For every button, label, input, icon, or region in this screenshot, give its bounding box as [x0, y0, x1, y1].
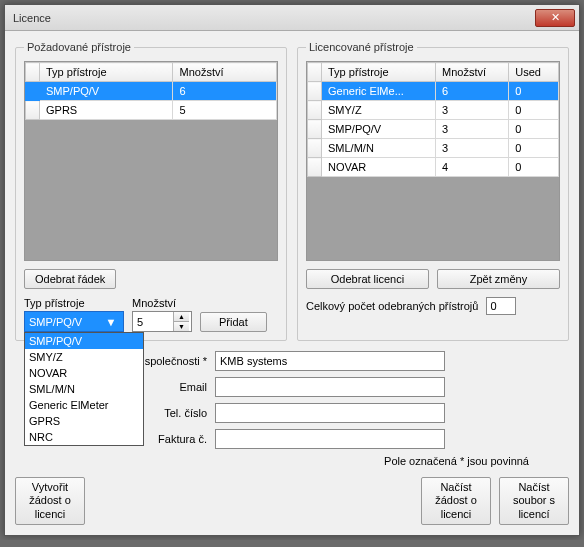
row-header	[308, 120, 322, 139]
row-header	[26, 82, 40, 101]
required-note: Pole označená * jsou povinná	[15, 455, 529, 467]
col-type[interactable]: Typ přístroje	[322, 63, 436, 82]
table-row[interactable]: GPRS5	[26, 101, 277, 120]
email-input[interactable]	[215, 377, 445, 397]
row-header	[308, 158, 322, 177]
col-type[interactable]: Typ přístroje	[40, 63, 173, 82]
cell-type: SMP/PQ/V	[322, 120, 436, 139]
chevron-down-icon: ▼	[103, 316, 119, 328]
combo-option[interactable]: Generic ElMeter	[25, 397, 143, 413]
close-icon: ✕	[551, 11, 560, 24]
remove-row-button[interactable]: Odebrat řádek	[24, 269, 116, 289]
cell-qty: 6	[173, 82, 277, 101]
load-request-button[interactable]: Načíst žádost o licenci	[421, 477, 491, 525]
rowheader-col	[308, 63, 322, 82]
invoice-input[interactable]	[215, 429, 445, 449]
cell-type: SMP/PQ/V	[40, 82, 173, 101]
table-row[interactable]: SMP/PQ/V30	[308, 120, 559, 139]
table-row[interactable]: SML/M/N30	[308, 139, 559, 158]
cell-type: Generic ElMe...	[322, 82, 436, 101]
load-file-button[interactable]: Načíst soubor s licencí	[499, 477, 569, 525]
combo-option[interactable]: SMP/PQ/V	[25, 333, 143, 349]
company-input[interactable]	[215, 351, 445, 371]
phone-input[interactable]	[215, 403, 445, 423]
qty-input[interactable]	[133, 312, 173, 331]
cell-type: GPRS	[40, 101, 173, 120]
cell-type: SML/M/N	[322, 139, 436, 158]
cell-used: 0	[509, 82, 559, 101]
row-header	[308, 82, 322, 101]
required-legend: Požadované přístroje	[24, 41, 134, 53]
licence-dialog: Licence ✕ Požadované přístroje Typ příst…	[4, 4, 580, 536]
cell-type: NOVAR	[322, 158, 436, 177]
qty-label: Množství	[132, 297, 192, 309]
row-header	[308, 101, 322, 120]
required-table-wrap: Typ přístroje Množství SMP/PQ/V6GPRS5	[24, 61, 278, 261]
spinner-down-icon[interactable]: ▼	[174, 322, 189, 331]
window-title: Licence	[13, 12, 535, 24]
combo-dropdown[interactable]: SMP/PQ/VSMY/ZNOVARSML/M/NGeneric ElMeter…	[24, 332, 144, 446]
rowheader-col	[26, 63, 40, 82]
type-combo[interactable]: SMP/PQ/V ▼ SMP/PQ/VSMY/ZNOVARSML/M/NGene…	[24, 311, 124, 332]
row-header	[308, 139, 322, 158]
cell-used: 0	[509, 158, 559, 177]
close-button[interactable]: ✕	[535, 9, 575, 27]
footer: Vytvořit žádost o licenci Načíst žádost …	[15, 477, 569, 525]
cell-qty: 3	[436, 120, 509, 139]
table-row[interactable]: SMY/Z30	[308, 101, 559, 120]
combo-option[interactable]: SML/M/N	[25, 381, 143, 397]
create-request-button[interactable]: Vytvořit žádost o licenci	[15, 477, 85, 525]
table-row[interactable]: NOVAR40	[308, 158, 559, 177]
combo-selected-text: SMP/PQ/V	[29, 316, 82, 328]
cell-used: 0	[509, 120, 559, 139]
total-removed-value	[486, 297, 516, 315]
cell-qty: 5	[173, 101, 277, 120]
total-removed-label: Celkový počet odebraných přístrojů	[306, 300, 478, 312]
revert-button[interactable]: Zpět změny	[437, 269, 560, 289]
combo-option[interactable]: NRC	[25, 429, 143, 445]
cell-used: 0	[509, 101, 559, 120]
table-row[interactable]: Generic ElMe...60	[308, 82, 559, 101]
cell-qty: 3	[436, 101, 509, 120]
licensed-table[interactable]: Typ přístroje Množství Used Generic ElMe…	[307, 62, 559, 177]
required-devices-group: Požadované přístroje Typ přístroje Množs…	[15, 41, 287, 341]
qty-spinner[interactable]: ▲ ▼	[132, 311, 192, 332]
combo-option[interactable]: NOVAR	[25, 365, 143, 381]
combo-option[interactable]: GPRS	[25, 413, 143, 429]
cell-qty: 4	[436, 158, 509, 177]
remove-licence-button[interactable]: Odebrat licenci	[306, 269, 429, 289]
spinner-up-icon[interactable]: ▲	[174, 312, 189, 322]
col-qty[interactable]: Množství	[173, 63, 277, 82]
required-table[interactable]: Typ přístroje Množství SMP/PQ/V6GPRS5	[25, 62, 277, 120]
combo-selected[interactable]: SMP/PQ/V ▼	[24, 311, 124, 332]
table-row[interactable]: SMP/PQ/V6	[26, 82, 277, 101]
col-used[interactable]: Used	[509, 63, 559, 82]
cell-qty: 3	[436, 139, 509, 158]
type-label: Typ přístroje	[24, 297, 124, 309]
licensed-devices-group: Licencované přístroje Typ přístroje Množ…	[297, 41, 569, 341]
add-button[interactable]: Přidat	[200, 312, 267, 332]
cell-type: SMY/Z	[322, 101, 436, 120]
row-header	[26, 101, 40, 120]
cell-used: 0	[509, 139, 559, 158]
licensed-legend: Licencované přístroje	[306, 41, 417, 53]
col-qty[interactable]: Množství	[436, 63, 509, 82]
cell-qty: 6	[436, 82, 509, 101]
licensed-table-wrap: Typ přístroje Množství Used Generic ElMe…	[306, 61, 560, 261]
combo-option[interactable]: SMY/Z	[25, 349, 143, 365]
titlebar[interactable]: Licence ✕	[5, 5, 579, 31]
